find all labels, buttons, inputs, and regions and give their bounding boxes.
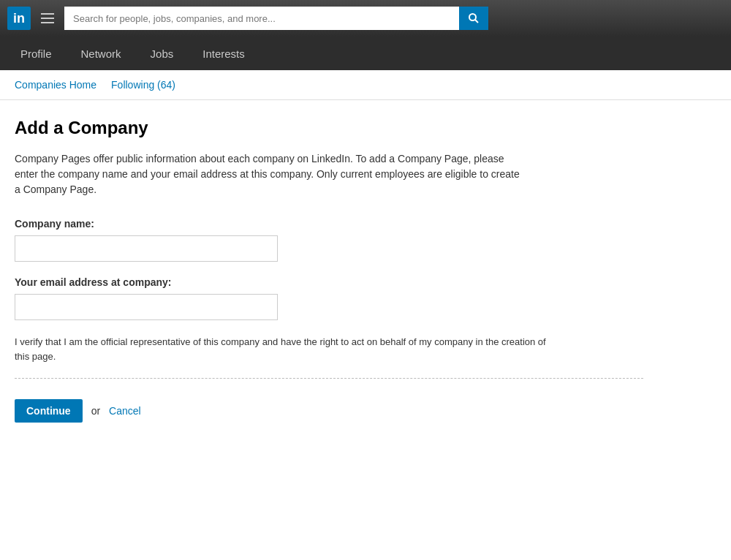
form-actions: Continue or Cancel	[15, 390, 643, 431]
or-text: or	[91, 405, 100, 417]
search-container	[64, 7, 488, 30]
cancel-link[interactable]: Cancel	[109, 405, 141, 417]
email-group: Your email address at company:	[15, 276, 643, 320]
company-name-group: Company name:	[15, 218, 643, 262]
verification-text: I verify that I am the official represen…	[15, 335, 563, 363]
search-icon	[468, 12, 480, 24]
breadcrumb-following[interactable]: Following (64)	[111, 79, 175, 91]
page-title: Add a Company	[15, 118, 643, 138]
form-divider	[15, 378, 643, 379]
breadcrumb-companies-home[interactable]: Companies Home	[15, 79, 96, 91]
page-description: Company Pages offer public information a…	[15, 151, 526, 197]
menu-button[interactable]	[37, 9, 58, 28]
linkedin-logo: in	[7, 7, 31, 30]
nav-item-profile[interactable]: Profile	[7, 37, 65, 70]
company-name-label: Company name:	[15, 218, 643, 230]
menu-icon-line	[41, 22, 54, 23]
menu-icon-line	[41, 13, 54, 15]
main-content: Add a Company Company Pages offer public…	[0, 100, 658, 449]
top-nav-bar: in	[0, 0, 731, 37]
company-name-input[interactable]	[15, 235, 278, 262]
search-button[interactable]	[459, 7, 488, 30]
svg-line-1	[475, 20, 478, 23]
breadcrumb: Companies Home Following (64)	[0, 70, 731, 100]
secondary-nav: Profile Network Jobs Interests	[0, 37, 731, 70]
nav-item-jobs[interactable]: Jobs	[137, 37, 187, 70]
nav-item-network[interactable]: Network	[68, 37, 135, 70]
nav-item-interests[interactable]: Interests	[189, 37, 258, 70]
svg-point-0	[469, 14, 476, 20]
menu-icon-line	[41, 18, 54, 19]
continue-button[interactable]: Continue	[15, 399, 83, 423]
search-input[interactable]	[64, 7, 488, 30]
email-input[interactable]	[15, 294, 278, 320]
email-label: Your email address at company:	[15, 276, 643, 288]
